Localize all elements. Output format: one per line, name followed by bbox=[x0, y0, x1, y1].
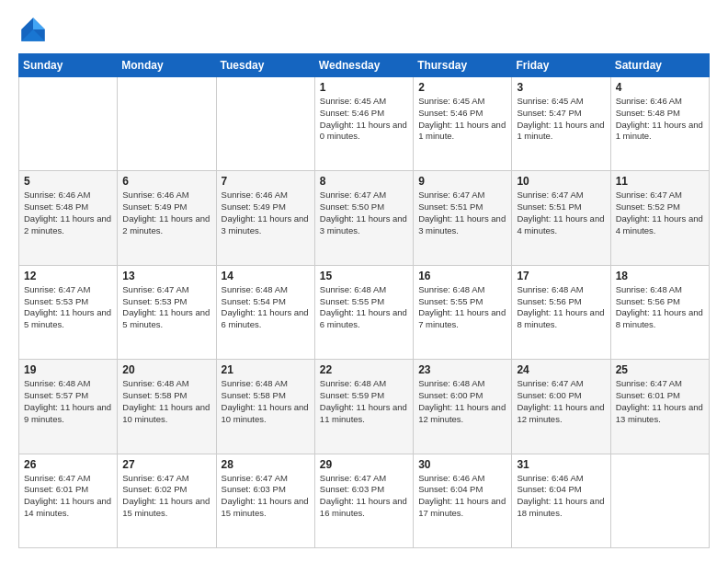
calendar-cell: 6Sunrise: 6:46 AM Sunset: 5:49 PM Daylig… bbox=[118, 171, 216, 265]
calendar-cell: 19Sunrise: 6:48 AM Sunset: 5:57 PM Dayli… bbox=[19, 360, 118, 454]
day-number: 11 bbox=[616, 175, 704, 188]
cell-details: Sunrise: 6:48 AM Sunset: 6:00 PM Dayligh… bbox=[418, 378, 506, 425]
day-number: 2 bbox=[418, 81, 506, 94]
cell-details: Sunrise: 6:48 AM Sunset: 5:56 PM Dayligh… bbox=[517, 284, 605, 331]
cell-details: Sunrise: 6:48 AM Sunset: 5:55 PM Dayligh… bbox=[320, 284, 408, 331]
day-number: 25 bbox=[616, 363, 704, 376]
day-number: 26 bbox=[24, 458, 112, 471]
cell-details: Sunrise: 6:47 AM Sunset: 6:01 PM Dayligh… bbox=[616, 378, 704, 425]
calendar-cell: 25Sunrise: 6:47 AM Sunset: 6:01 PM Dayli… bbox=[610, 360, 709, 454]
calendar-cell: 3Sunrise: 6:45 AM Sunset: 5:47 PM Daylig… bbox=[512, 77, 610, 171]
day-number: 19 bbox=[24, 363, 112, 376]
day-number: 4 bbox=[616, 81, 704, 94]
day-number: 17 bbox=[517, 270, 605, 282]
day-number: 14 bbox=[222, 270, 310, 282]
column-header-tuesday: Tuesday bbox=[216, 54, 314, 77]
cell-details: Sunrise: 6:47 AM Sunset: 5:52 PM Dayligh… bbox=[616, 190, 704, 236]
calendar-week-5: 26Sunrise: 6:47 AM Sunset: 6:01 PM Dayli… bbox=[19, 454, 710, 547]
calendar-cell: 2Sunrise: 6:45 AM Sunset: 5:46 PM Daylig… bbox=[414, 77, 512, 171]
day-number: 16 bbox=[418, 270, 506, 282]
cell-details: Sunrise: 6:48 AM Sunset: 5:58 PM Dayligh… bbox=[222, 378, 310, 425]
calendar-cell: 7Sunrise: 6:46 AM Sunset: 5:49 PM Daylig… bbox=[216, 171, 314, 265]
calendar-cell: 20Sunrise: 6:48 AM Sunset: 5:58 PM Dayli… bbox=[118, 360, 216, 454]
svg-marker-1 bbox=[33, 17, 45, 29]
calendar-cell: 8Sunrise: 6:47 AM Sunset: 5:50 PM Daylig… bbox=[314, 171, 413, 265]
day-number: 29 bbox=[320, 458, 408, 471]
cell-details: Sunrise: 6:48 AM Sunset: 5:58 PM Dayligh… bbox=[122, 378, 210, 425]
cell-details: Sunrise: 6:48 AM Sunset: 5:55 PM Dayligh… bbox=[418, 284, 506, 331]
calendar-header-row: SundayMondayTuesdayWednesdayThursdayFrid… bbox=[19, 54, 710, 77]
day-number: 18 bbox=[616, 270, 704, 282]
day-number: 1 bbox=[320, 81, 408, 94]
day-number: 5 bbox=[24, 175, 112, 188]
calendar-table: SundayMondayTuesdayWednesdayThursdayFrid… bbox=[18, 53, 710, 548]
calendar-cell: 5Sunrise: 6:46 AM Sunset: 5:48 PM Daylig… bbox=[19, 171, 118, 265]
column-header-wednesday: Wednesday bbox=[314, 54, 413, 77]
calendar-cell: 21Sunrise: 6:48 AM Sunset: 5:58 PM Dayli… bbox=[216, 360, 314, 454]
day-number: 30 bbox=[418, 458, 506, 471]
column-header-sunday: Sunday bbox=[19, 54, 118, 77]
cell-details: Sunrise: 6:47 AM Sunset: 5:53 PM Dayligh… bbox=[122, 284, 210, 331]
cell-details: Sunrise: 6:46 AM Sunset: 5:49 PM Dayligh… bbox=[122, 190, 210, 236]
calendar-cell: 31Sunrise: 6:46 AM Sunset: 6:04 PM Dayli… bbox=[512, 454, 610, 547]
calendar-week-2: 5Sunrise: 6:46 AM Sunset: 5:48 PM Daylig… bbox=[19, 171, 710, 265]
calendar-cell: 18Sunrise: 6:48 AM Sunset: 5:56 PM Dayli… bbox=[610, 265, 709, 359]
column-header-monday: Monday bbox=[118, 54, 216, 77]
calendar-cell: 28Sunrise: 6:47 AM Sunset: 6:03 PM Dayli… bbox=[216, 454, 314, 547]
day-number: 6 bbox=[122, 175, 210, 188]
day-number: 23 bbox=[418, 363, 506, 376]
calendar-cell: 27Sunrise: 6:47 AM Sunset: 6:02 PM Dayli… bbox=[118, 454, 216, 547]
cell-details: Sunrise: 6:47 AM Sunset: 5:53 PM Dayligh… bbox=[24, 284, 112, 331]
cell-details: Sunrise: 6:48 AM Sunset: 5:54 PM Dayligh… bbox=[222, 284, 310, 331]
cell-details: Sunrise: 6:48 AM Sunset: 5:57 PM Dayligh… bbox=[24, 378, 112, 425]
column-header-thursday: Thursday bbox=[414, 54, 512, 77]
cell-details: Sunrise: 6:47 AM Sunset: 5:50 PM Dayligh… bbox=[320, 190, 408, 236]
calendar-cell bbox=[118, 77, 216, 171]
calendar-cell: 4Sunrise: 6:46 AM Sunset: 5:48 PM Daylig… bbox=[610, 77, 709, 171]
calendar-cell: 12Sunrise: 6:47 AM Sunset: 5:53 PM Dayli… bbox=[19, 265, 118, 359]
day-number: 22 bbox=[320, 363, 408, 376]
calendar-cell: 11Sunrise: 6:47 AM Sunset: 5:52 PM Dayli… bbox=[610, 171, 709, 265]
calendar-cell: 23Sunrise: 6:48 AM Sunset: 6:00 PM Dayli… bbox=[414, 360, 512, 454]
cell-details: Sunrise: 6:47 AM Sunset: 6:01 PM Dayligh… bbox=[24, 473, 112, 520]
calendar-cell bbox=[216, 77, 314, 171]
calendar-cell: 15Sunrise: 6:48 AM Sunset: 5:55 PM Dayli… bbox=[314, 265, 413, 359]
day-number: 24 bbox=[517, 363, 605, 376]
cell-details: Sunrise: 6:46 AM Sunset: 5:49 PM Dayligh… bbox=[222, 190, 310, 236]
day-number: 15 bbox=[320, 270, 408, 282]
cell-details: Sunrise: 6:48 AM Sunset: 5:56 PM Dayligh… bbox=[616, 284, 704, 331]
cell-details: Sunrise: 6:46 AM Sunset: 6:04 PM Dayligh… bbox=[418, 473, 506, 520]
day-number: 31 bbox=[517, 458, 605, 471]
calendar-cell: 1Sunrise: 6:45 AM Sunset: 5:46 PM Daylig… bbox=[314, 77, 413, 171]
calendar-cell: 26Sunrise: 6:47 AM Sunset: 6:01 PM Dayli… bbox=[19, 454, 118, 547]
logo-icon bbox=[18, 15, 48, 44]
day-number: 20 bbox=[122, 363, 210, 376]
day-number: 8 bbox=[320, 175, 408, 188]
day-number: 13 bbox=[122, 270, 210, 282]
cell-details: Sunrise: 6:47 AM Sunset: 6:03 PM Dayligh… bbox=[222, 473, 310, 520]
calendar-cell bbox=[19, 77, 118, 171]
calendar-cell: 24Sunrise: 6:47 AM Sunset: 6:00 PM Dayli… bbox=[512, 360, 610, 454]
cell-details: Sunrise: 6:46 AM Sunset: 5:48 PM Dayligh… bbox=[616, 96, 704, 143]
calendar-week-1: 1Sunrise: 6:45 AM Sunset: 5:46 PM Daylig… bbox=[19, 77, 710, 171]
column-header-friday: Friday bbox=[512, 54, 610, 77]
calendar-cell: 13Sunrise: 6:47 AM Sunset: 5:53 PM Dayli… bbox=[118, 265, 216, 359]
cell-details: Sunrise: 6:47 AM Sunset: 6:00 PM Dayligh… bbox=[517, 378, 605, 425]
cell-details: Sunrise: 6:47 AM Sunset: 6:02 PM Dayligh… bbox=[122, 473, 210, 520]
cell-details: Sunrise: 6:45 AM Sunset: 5:47 PM Dayligh… bbox=[517, 96, 605, 143]
cell-details: Sunrise: 6:46 AM Sunset: 5:48 PM Dayligh… bbox=[24, 190, 112, 236]
cell-details: Sunrise: 6:45 AM Sunset: 5:46 PM Dayligh… bbox=[418, 96, 506, 143]
day-number: 28 bbox=[222, 458, 310, 471]
calendar-cell: 16Sunrise: 6:48 AM Sunset: 5:55 PM Dayli… bbox=[414, 265, 512, 359]
calendar-cell: 22Sunrise: 6:48 AM Sunset: 5:59 PM Dayli… bbox=[314, 360, 413, 454]
day-number: 10 bbox=[517, 175, 605, 188]
column-header-saturday: Saturday bbox=[610, 54, 709, 77]
cell-details: Sunrise: 6:47 AM Sunset: 5:51 PM Dayligh… bbox=[517, 190, 605, 236]
cell-details: Sunrise: 6:47 AM Sunset: 6:03 PM Dayligh… bbox=[320, 473, 408, 520]
day-number: 7 bbox=[222, 175, 310, 188]
cell-details: Sunrise: 6:46 AM Sunset: 6:04 PM Dayligh… bbox=[517, 473, 605, 520]
calendar-cell: 17Sunrise: 6:48 AM Sunset: 5:56 PM Dayli… bbox=[512, 265, 610, 359]
calendar-cell: 10Sunrise: 6:47 AM Sunset: 5:51 PM Dayli… bbox=[512, 171, 610, 265]
calendar-week-4: 19Sunrise: 6:48 AM Sunset: 5:57 PM Dayli… bbox=[19, 360, 710, 454]
day-number: 3 bbox=[517, 81, 605, 94]
